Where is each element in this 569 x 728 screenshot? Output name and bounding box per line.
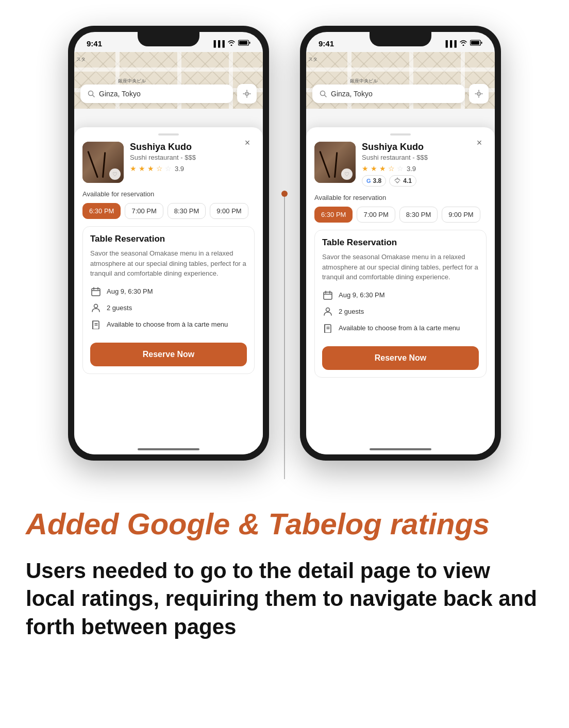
phone-2-close-btn[interactable]: ×: [472, 136, 487, 150]
phone-1-restaurant-type: Sushi restaurant - $$$: [130, 154, 255, 161]
svg-rect-6: [92, 289, 100, 296]
phone-1-date-text: Aug 9, 6:30 PM: [107, 287, 153, 295]
phone-2-screen: 9:41 ▐▐▐: [306, 32, 495, 454]
phone-2-time-slots: 6:30 PM 7:00 PM 8:30 PM 9:00 PM: [314, 207, 487, 223]
p2-star-1: ★: [362, 164, 369, 173]
phone-1-reservation-card: Table Reservation Savor the seasonal Oma…: [82, 226, 255, 374]
person-icon-1: [90, 302, 102, 314]
time-slot-2-3[interactable]: 9:00 PM: [442, 207, 480, 223]
search-icon: [88, 90, 95, 97]
google-rating-badge: G 3.8: [362, 175, 386, 187]
p2-star-4: ☆: [388, 164, 395, 173]
time-slot-2-2[interactable]: 8:30 PM: [399, 207, 438, 223]
phone-2-card-title: Table Reservation: [322, 238, 479, 248]
svg-rect-1: [249, 42, 250, 44]
signal-icon-2: ▐▐▐: [443, 40, 457, 47]
phone-2-location-btn[interactable]: [469, 84, 489, 104]
google-rating-value: 3.8: [373, 177, 382, 184]
battery-icon: [238, 40, 250, 47]
phone-2-card-desc: Savor the seasonal Omakase menu in a rel…: [322, 252, 479, 282]
book-icon-2: [322, 323, 333, 334]
time-slot-2-0[interactable]: 6:30 PM: [314, 207, 353, 223]
phone-1-restaurant-info: Sushiya Kudo Sushi restaurant - $$$ ★ ★ …: [130, 142, 255, 183]
person-svg-1: [91, 303, 101, 313]
phone-1-card-desc: Savor the seasonal Omakase menu in a rel…: [90, 248, 247, 279]
phone-2-frame: 9:41 ▐▐▐: [300, 26, 501, 461]
phone-2-notch: [370, 32, 431, 46]
phone-1-guests-row: 2 guests: [90, 302, 247, 314]
phone-1-reserve-btn[interactable]: Reserve Now: [90, 343, 247, 366]
page-wrapper: 9:41 ▐▐▐: [0, 0, 569, 728]
calendar-svg-1: [91, 287, 101, 296]
battery-icon-2: [470, 40, 482, 47]
phone-1-guests-text: 2 guests: [107, 304, 132, 312]
book-icon-1: [90, 319, 102, 330]
star-5: ☆: [165, 164, 172, 173]
heart-icon-2[interactable]: ♡: [341, 168, 353, 180]
location-icon-2: [475, 90, 483, 98]
svg-rect-9: [481, 42, 482, 44]
svg-point-13: [478, 93, 479, 94]
p2-star-3: ★: [379, 164, 386, 173]
phone-1-stars-row: ★ ★ ★ ☆ ☆ 3.9: [130, 164, 255, 173]
p2-star-5: ☆: [397, 164, 404, 173]
phone-1-date-row: Aug 9, 6:30 PM: [90, 286, 247, 297]
phone-1-status-icons: ▐▐▐: [211, 40, 250, 47]
phone-2-available-label: Available for reservation: [314, 194, 487, 201]
svg-point-15: [326, 308, 330, 311]
calendar-icon-2: [322, 290, 333, 301]
phone-2-home-indicator: [370, 448, 431, 450]
phone-1-search-input[interactable]: Ginza, Tokyo: [80, 84, 233, 103]
wifi-icon: [227, 40, 236, 47]
phone-1-home-indicator: [138, 448, 199, 450]
phone-2-reserve-btn[interactable]: Reserve Now: [322, 346, 479, 370]
phone-1-screen: 9:41 ▐▐▐: [74, 32, 263, 454]
phone-2-bottom-sheet: × ♡ Sushiya Kudo Sushi restauran: [306, 127, 495, 454]
phones-section: 9:41 ▐▐▐: [0, 0, 569, 481]
text-section: Added Google & Tabelog ratings Users nee…: [0, 481, 569, 672]
phone-2-map: スタ 銀座中央ビル Ginza, Tokyo: [306, 52, 495, 109]
time-slot-1-1[interactable]: 7:00 PM: [125, 203, 163, 219]
phone-1-close-btn[interactable]: ×: [240, 136, 255, 150]
phone-2-rating-num: 3.9: [407, 165, 416, 173]
svg-rect-2: [239, 41, 247, 45]
location-icon: [243, 90, 251, 98]
time-slot-1-2[interactable]: 8:30 PM: [168, 203, 206, 219]
wifi-icon-2: [459, 40, 467, 47]
map-label-1: スタ: [76, 56, 86, 63]
connector-line: [284, 191, 285, 479]
p2-star-2: ★: [371, 164, 377, 173]
phone-1-menu-text: Available to choose from à la carte menu: [107, 320, 228, 328]
time-slot-1-0[interactable]: 6:30 PM: [82, 203, 121, 219]
phone-2-time: 9:41: [319, 39, 334, 48]
phone-2-status-icons: ▐▐▐: [443, 40, 482, 47]
book-svg-1: [91, 320, 101, 329]
phone-1-location-btn[interactable]: [237, 84, 257, 104]
phone-2-guests-text: 2 guests: [339, 308, 364, 315]
heart-icon-1[interactable]: ♡: [109, 168, 121, 180]
google-g-icon: G: [366, 178, 371, 184]
main-body: Users needed to go to the detail page to…: [26, 557, 543, 641]
signal-icon: ▐▐▐: [211, 40, 225, 47]
sheet-handle-1: [158, 133, 179, 136]
time-slot-2-1[interactable]: 7:00 PM: [357, 207, 395, 223]
phone-1-notch: [138, 32, 199, 46]
phone-2-search-bar: Ginza, Tokyo: [312, 84, 489, 104]
book-svg-2: [323, 324, 332, 333]
phone-1-menu-row: Available to choose from à la carte menu: [90, 319, 247, 330]
search-icon-2: [320, 90, 327, 97]
phone-1-restaurant-header: ♡ Sushiya Kudo Sushi restaurant - $$$ ★ …: [82, 142, 255, 183]
calendar-svg-2: [323, 291, 332, 300]
phone-1-search-bar: Ginza, Tokyo: [80, 84, 257, 104]
phone-2-guests-row: 2 guests: [322, 306, 479, 317]
phone-2-search-input[interactable]: Ginza, Tokyo: [312, 84, 465, 103]
phone-2-date-row: Aug 9, 6:30 PM: [322, 290, 479, 301]
time-slot-1-3[interactable]: 9:00 PM: [210, 203, 248, 219]
phone-1-frame: 9:41 ▐▐▐: [68, 26, 269, 461]
phone-2-date-text: Aug 9, 6:30 PM: [339, 291, 385, 299]
svg-rect-14: [324, 292, 332, 299]
phone-1-time-slots: 6:30 PM 7:00 PM 8:30 PM 9:00 PM: [82, 203, 255, 219]
phone-1-bottom-sheet: × ♡ Sushiya Kudo: [74, 127, 263, 454]
phone-1-card-title: Table Reservation: [90, 234, 247, 244]
phone-2-restaurant-type: Sushi restaurant - $$$: [362, 154, 487, 161]
